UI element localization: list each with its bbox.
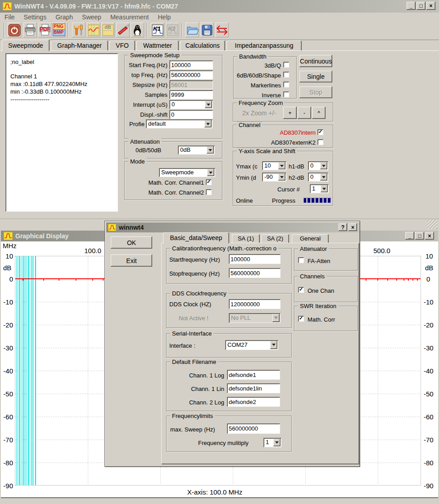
settings-tools-button[interactable] — [72, 23, 86, 37]
ok-button[interactable]: OK — [111, 236, 152, 249]
math-corr-ch1-label: Math. Corr. Channel1 — [138, 179, 204, 186]
menu-graph[interactable]: Graph — [51, 14, 77, 21]
ad8307externk2-checkbox[interactable] — [317, 139, 323, 145]
samples-input[interactable] — [169, 90, 213, 99]
menu-sweep[interactable]: Sweep — [77, 14, 106, 21]
stopfrequency-input[interactable] — [229, 268, 281, 278]
stop-freq-input[interactable] — [169, 70, 213, 79]
dropdown-arrow-icon[interactable] — [205, 101, 212, 108]
h1db-select[interactable]: 0 — [308, 161, 328, 170]
ymax-select[interactable]: 10 — [262, 161, 286, 170]
tab-sweepmode[interactable]: Sweepmode — [2, 40, 50, 51]
group-title: DDS Clockfrequency — [170, 290, 228, 297]
h1db-label: h1-dB — [289, 163, 307, 170]
ymin-select[interactable]: -90 — [262, 173, 286, 182]
dropdown-arrow-icon[interactable] — [207, 169, 214, 176]
dropdown-arrow-icon[interactable] — [270, 341, 277, 349]
export-png-bmp-button[interactable]: PNG BMP — [52, 23, 65, 37]
y-tick-left: -80 — [1, 459, 13, 467]
bw-inverse-checkbox[interactable] — [283, 91, 289, 97]
tab-impedanzanpassung[interactable]: Impedanzanpassung — [226, 41, 302, 50]
cursor-select[interactable]: 1 — [310, 184, 329, 193]
chann1-log-input[interactable] — [227, 370, 280, 380]
channel2-button[interactable]: K2 — [166, 23, 179, 37]
menu-settings[interactable]: Settings — [19, 14, 51, 21]
interrupt-select[interactable]: 0 — [169, 100, 213, 109]
zoom-reset-button[interactable]: ^ — [312, 107, 326, 119]
channel1-button[interactable]: K1 — [151, 23, 164, 37]
graph-close-button[interactable]: × — [425, 232, 434, 240]
db-scale-button[interactable]: dB — [101, 23, 115, 37]
bw-markerlines-checkbox[interactable] — [283, 82, 289, 87]
maximize-button[interactable]: □ — [416, 2, 425, 10]
fa-atten-checkbox[interactable] — [298, 257, 304, 263]
chann2-log-input[interactable] — [227, 397, 280, 407]
print-button[interactable] — [23, 23, 37, 37]
tab-vfo[interactable]: VFO — [109, 41, 135, 50]
dropdown-arrow-icon[interactable] — [278, 162, 285, 169]
frequency-zoom-group: Frequency Zoom 2x Zoom +/- + - ^ — [233, 103, 333, 122]
profile-select[interactable]: default — [146, 119, 213, 128]
tools-knife-button[interactable] — [116, 23, 130, 37]
close-button[interactable]: × — [426, 2, 435, 10]
math-corr-ch2-checkbox[interactable] — [206, 189, 212, 195]
resize-grip[interactable] — [427, 220, 437, 229]
graph-maximize-button[interactable]: □ — [415, 232, 424, 240]
bw-shape-checkbox[interactable] — [283, 72, 289, 77]
menu-help[interactable]: Help — [153, 14, 175, 21]
tab-wattmeter[interactable]: Wattmeter — [136, 41, 179, 50]
dropdown-arrow-icon[interactable] — [320, 173, 327, 181]
freq-multiply-select[interactable]: 1 — [263, 438, 281, 447]
exit-button[interactable]: Exit — [111, 254, 152, 267]
save-file-button[interactable] — [200, 23, 214, 37]
dialog-tab-sa2[interactable]: SA (2) — [261, 234, 289, 243]
dropdown-arrow-icon[interactable] — [321, 185, 328, 192]
interface-value: COM27 — [227, 341, 248, 348]
power-button[interactable] — [8, 23, 21, 37]
dialog-tab-basic-data[interactable]: Basic_data/Sweep — [163, 232, 229, 243]
dialog-tab-general[interactable]: General — [292, 234, 329, 243]
dropdown-arrow-icon[interactable] — [278, 173, 285, 181]
menu-measurement[interactable]: Measurement — [106, 14, 154, 21]
penguin-icon — [131, 24, 144, 36]
dropdown-arrow-icon[interactable] — [273, 439, 281, 446]
start-freq-input[interactable] — [169, 60, 213, 69]
sweep-graph-button[interactable] — [87, 23, 100, 37]
minimize-button[interactable]: _ — [407, 2, 416, 10]
continuous-button[interactable]: Continuous — [299, 55, 332, 67]
bw-3db-checkbox[interactable] — [283, 62, 289, 68]
graph-window-bottom-border — [1, 497, 438, 498]
mode-value: Sweepmode — [161, 169, 194, 176]
math-corr-ch1-checkbox[interactable] — [206, 179, 212, 185]
interface-select[interactable]: COM27 — [225, 340, 278, 350]
dropdown-arrow-icon[interactable] — [204, 120, 212, 127]
menu-file[interactable]: File — [0, 14, 19, 21]
print-pdf-button[interactable]: PDF — [38, 23, 52, 37]
open-file-button[interactable] — [186, 23, 199, 37]
max-sweep-input[interactable] — [227, 423, 280, 434]
math-corr-checkbox[interactable] — [298, 316, 304, 322]
single-button[interactable]: Single — [299, 71, 332, 82]
mode-select[interactable]: Sweepmode — [159, 168, 215, 177]
tab-graph-manager[interactable]: Graph-Manager — [51, 41, 108, 50]
startfrequency-input[interactable] — [229, 254, 281, 264]
displ-shift-input[interactable] — [169, 110, 213, 119]
zoom-out-button[interactable]: - — [298, 107, 311, 119]
chann1-lin-input[interactable] — [227, 383, 280, 393]
attenuation-select[interactable]: 0dB — [178, 145, 215, 154]
dialog-help-button[interactable]: ? — [339, 223, 347, 231]
ad8307intern-checkbox[interactable] — [317, 129, 323, 135]
h2db-select[interactable]: 0 — [308, 173, 328, 182]
dropdown-arrow-icon[interactable] — [320, 162, 327, 169]
zoom-in-button[interactable]: + — [283, 107, 297, 119]
bw-3db-label: 3dB/Q — [234, 62, 281, 69]
dds-clock-input[interactable] — [229, 299, 281, 309]
dialog-close-button[interactable]: × — [348, 223, 357, 231]
dropdown-arrow-icon[interactable] — [207, 146, 214, 154]
dialog-tab-sa1[interactable]: SA (1) — [232, 234, 260, 243]
tab-calculations[interactable]: Calculations — [180, 41, 225, 50]
graph-minimize-button[interactable]: _ — [405, 232, 414, 240]
linux-penguin-button[interactable] — [131, 23, 144, 37]
impedance-match-button[interactable] — [215, 23, 229, 37]
one-chan-checkbox[interactable] — [298, 287, 304, 293]
